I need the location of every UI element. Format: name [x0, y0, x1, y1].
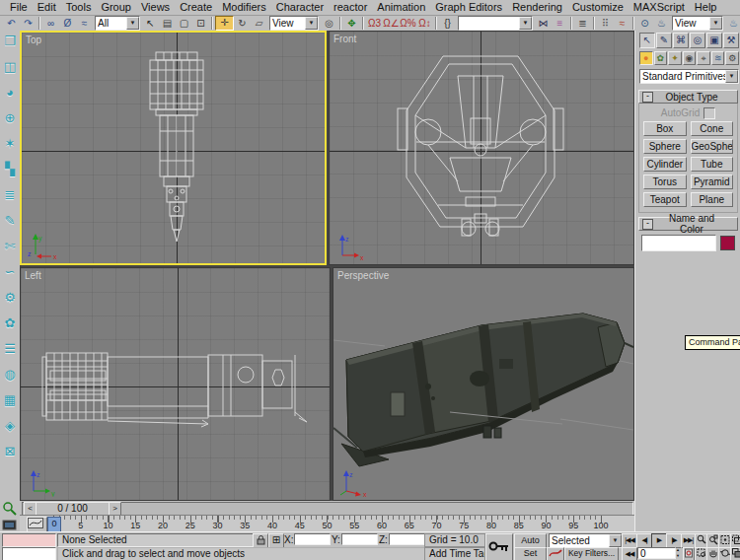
time-slider-next-button[interactable]: >	[109, 502, 121, 516]
mirror-icon[interactable]: ⋈	[535, 17, 552, 30]
bind-to-space-warp-icon[interactable]: ≈	[76, 17, 93, 30]
key-mode-toggle-icon[interactable]: ◀◀	[622, 547, 637, 560]
selection-set-dropdown[interactable]: Selected ▼	[549, 533, 623, 548]
menu-maxscript[interactable]: MAXScript	[629, 1, 690, 14]
angle-snap-toggle-icon[interactable]: Ω∠	[383, 17, 400, 30]
collapse-icon[interactable]: -	[642, 219, 653, 230]
collapse-icon[interactable]: -	[642, 92, 653, 103]
menu-file[interactable]: File	[5, 1, 33, 14]
shelf-cubes-icon[interactable]: ❒	[2, 34, 18, 49]
viewport-perspective[interactable]: Perspective	[333, 267, 634, 501]
frame-spinner[interactable]: ▲ ▼	[674, 547, 682, 559]
viewport-top[interactable]: Top	[20, 31, 327, 265]
viewport-perspective-label[interactable]: Perspective	[337, 270, 389, 281]
shelf-wave-icon[interactable]: ∽	[2, 264, 18, 280]
use-pivot-point-center-icon[interactable]: ◎	[321, 17, 337, 30]
quick-render-icon[interactable]: ♨	[725, 17, 740, 30]
shelf-star-icon[interactable]: ✶	[2, 136, 18, 152]
open-mini-curve-editor-button[interactable]	[27, 517, 47, 532]
maxscript-listener-pink[interactable]	[2, 533, 56, 547]
select-and-scale-icon[interactable]: ▱	[251, 17, 267, 30]
named-selection-sets-icon[interactable]: {}	[439, 17, 456, 30]
play-button[interactable]: ▶	[651, 533, 667, 548]
object-color-swatch[interactable]	[720, 236, 735, 250]
magnifier-tool-icon[interactable]	[2, 501, 18, 517]
create-pyramid-button[interactable]: Pyramid	[691, 175, 734, 189]
shapes-category[interactable]: ✿	[654, 51, 668, 65]
schematic-view-icon[interactable]: ⠿	[597, 17, 614, 30]
create-sphere-button[interactable]: Sphere	[643, 139, 687, 154]
layer-manager-icon[interactable]: ≣	[574, 17, 591, 30]
z-coordinate-field[interactable]	[389, 533, 425, 545]
menu-animation[interactable]: Animation	[372, 1, 430, 14]
shelf-pen-icon[interactable]: ✎	[2, 213, 18, 229]
chevron-down-icon[interactable]: ▼	[126, 17, 139, 30]
create-box-button[interactable]: Box	[643, 121, 687, 136]
shelf-crossbox-icon[interactable]: ⊠	[2, 444, 18, 459]
menu-modifiers[interactable]: Modifiers	[217, 1, 271, 14]
object-category-dropdown[interactable]: Standard Primitives ▼	[639, 69, 739, 84]
select-and-rotate-icon[interactable]: ↻	[234, 17, 251, 30]
shelf-lines-icon[interactable]: ☰	[2, 341, 18, 357]
add-time-tag[interactable]: Add Time Tag	[424, 547, 485, 560]
menu-reactor[interactable]: reactor	[329, 1, 372, 14]
rectangular-selection-region-icon[interactable]: ▢	[176, 17, 192, 30]
display-tab[interactable]: ▣	[706, 33, 722, 48]
viewport-left-label[interactable]: Left	[25, 270, 41, 281]
shelf-gear-icon[interactable]: ⚙	[2, 290, 18, 306]
chevron-down-icon[interactable]: ▼	[519, 17, 532, 30]
object-type-rollout-header[interactable]: - Object Type	[638, 90, 738, 104]
render-type-dropdown[interactable]: View▼	[672, 16, 723, 31]
previous-frame-button[interactable]: ◀|	[636, 533, 652, 548]
modify-tab[interactable]: ✎	[656, 33, 672, 48]
key-filters-button[interactable]: Key Filters...	[564, 547, 619, 560]
spinner-down-icon[interactable]: ▼	[674, 553, 682, 559]
screen-icon[interactable]	[2, 520, 18, 531]
chevron-down-icon[interactable]: ▼	[305, 17, 318, 30]
create-plane-button[interactable]: Plane	[691, 192, 734, 207]
helpers-category[interactable]: ⌖	[697, 51, 710, 65]
menu-rendering[interactable]: Rendering	[507, 1, 567, 14]
create-tab[interactable]: ↖	[639, 33, 655, 48]
shelf-checker-icon[interactable]: ▚	[2, 162, 18, 177]
shelf-diamond-icon[interactable]: ◈	[2, 418, 18, 434]
shelf-flower-icon[interactable]: ✿	[2, 315, 18, 331]
spinner-snap-toggle-icon[interactable]: Ω↕	[416, 17, 433, 30]
create-teapot-button[interactable]: Teapot	[643, 192, 687, 207]
viewport-left[interactable]: Left	[20, 267, 331, 501]
shelf-grid-icon[interactable]: ▦	[2, 392, 18, 408]
viewport-front[interactable]: Front	[329, 31, 634, 265]
undo-icon[interactable]: ↶	[3, 17, 20, 30]
create-tube-button[interactable]: Tube	[691, 157, 734, 172]
create-cone-button[interactable]: Cone	[691, 121, 734, 136]
shelf-scissors-icon[interactable]: ✄	[2, 239, 18, 254]
select-by-name-icon[interactable]: ▤	[159, 17, 176, 30]
named-selection-dropdown[interactable]: ▼	[458, 16, 533, 31]
chevron-down-icon[interactable]: ▼	[709, 17, 722, 30]
chevron-down-icon[interactable]: ▼	[725, 70, 738, 83]
set-key-button[interactable]: Set Key	[514, 547, 547, 560]
cameras-category[interactable]: ◉	[683, 51, 697, 65]
menu-help[interactable]: Help	[690, 1, 722, 14]
space-warps-category[interactable]: ≋	[711, 51, 725, 65]
systems-category[interactable]: ⚙	[725, 51, 739, 65]
reference-coordinate-system-dropdown[interactable]: View▼	[269, 16, 319, 31]
select-and-move-icon[interactable]: ✛	[215, 16, 234, 31]
select-and-manipulate-icon[interactable]: ✥	[343, 17, 360, 30]
menu-tools[interactable]: Tools	[61, 1, 97, 14]
menu-create[interactable]: Create	[175, 1, 217, 14]
menu-character[interactable]: Character	[271, 1, 329, 14]
go-to-end-button[interactable]: ▶▶|	[681, 533, 696, 548]
hierarchy-tab[interactable]: ⌘	[673, 33, 689, 48]
shelf-target-icon[interactable]: ⊕	[2, 110, 18, 126]
zoom-extents-all-icon[interactable]	[730, 533, 740, 548]
geometry-category[interactable]: ●	[639, 51, 653, 65]
viewport-front-label[interactable]: Front	[333, 34, 356, 44]
render-scene-icon[interactable]: ♨	[653, 17, 670, 30]
autogrid-checkbox[interactable]	[703, 107, 715, 119]
chevron-down-icon[interactable]: ▼	[609, 534, 622, 547]
window-crossing-icon[interactable]: ⊡	[192, 17, 209, 30]
unlink-selection-icon[interactable]: Ø	[59, 17, 76, 30]
percent-snap-toggle-icon[interactable]: Ω%	[400, 17, 416, 30]
time-configuration-icon[interactable]	[683, 547, 695, 560]
